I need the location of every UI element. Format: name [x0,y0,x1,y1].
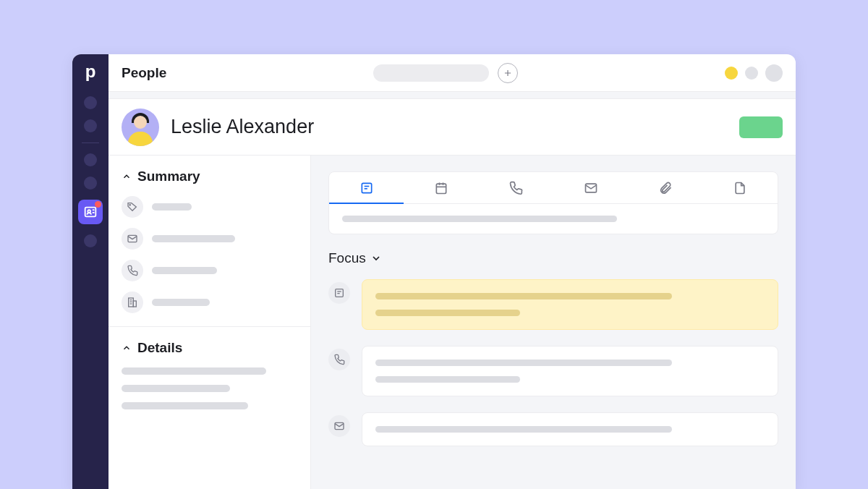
nav-divider [82,143,99,143]
activity-tabs-card [328,171,778,234]
status-indicator[interactable] [725,67,738,80]
svg-point-6 [129,205,130,205]
calendar-icon [434,181,448,195]
summary-item-phone[interactable] [122,260,297,281]
summary-item-tag[interactable] [122,196,297,218]
tab-email[interactable] [553,172,628,203]
activity-card-call[interactable] [362,346,778,396]
placeholder-text [152,235,235,242]
placeholder-text [375,360,672,366]
phone-icon [328,349,350,370]
tab-body [329,204,778,234]
tab-file[interactable] [703,172,778,203]
chevron-up-icon [122,343,132,353]
topbar-center [166,63,725,83]
main-column: People Leslie Alexander [109,54,796,489]
add-button[interactable] [498,63,518,83]
focus-section-title[interactable]: Focus [328,250,778,266]
summary-section: Summary [109,156,310,326]
activity-row-call [328,346,778,396]
summary-item-email[interactable] [122,228,297,250]
notification-badge [95,201,101,208]
activity-card-email[interactable] [362,412,778,446]
details-list [122,367,297,409]
activity-row-note [328,279,778,330]
placeholder-text [152,299,210,306]
nav-item-contacts[interactable] [78,200,103,224]
svg-point-1 [88,210,90,213]
body-row: Summary [109,156,796,489]
summary-list [122,196,297,313]
attachment-icon [658,181,673,195]
app-window: p People [72,54,796,489]
placeholder-text [122,385,230,392]
summary-heading-label: Summary [137,169,200,184]
topbar: People [109,54,796,92]
phone-icon [122,260,143,281]
details-heading[interactable]: Details [122,340,297,356]
notifications-button[interactable] [745,67,758,80]
chevron-down-icon [370,252,382,264]
details-section: Details [109,326,310,422]
nav-item-placeholder[interactable] [84,234,97,247]
note-icon [359,181,374,195]
tab-note[interactable] [329,172,404,203]
activity-tab-row [329,172,778,204]
placeholder-text [375,293,672,299]
nav-item-placeholder[interactable] [84,96,97,109]
plus-icon [503,68,513,78]
record-header: Leslie Alexander [109,99,796,156]
summary-heading[interactable]: Summary [122,169,297,184]
note-icon [328,282,350,304]
placeholder-text [375,426,672,433]
nav-item-placeholder[interactable] [84,153,97,166]
placeholder-text [152,203,192,211]
toolbar-spacer [109,92,796,99]
nav-rail: p [72,54,109,489]
page-title: People [122,65,166,81]
contact-name: Leslie Alexander [171,116,728,138]
search-input[interactable] [373,64,489,82]
email-icon [122,228,143,250]
details-heading-label: Details [137,340,182,356]
activity-row-email [328,412,778,446]
building-icon [122,292,143,313]
placeholder-text [375,376,520,383]
activity-card-note[interactable] [362,279,778,330]
tab-calendar[interactable] [404,172,478,203]
nav-item-placeholder[interactable] [84,119,97,132]
user-avatar[interactable] [765,64,783,82]
phone-icon [509,181,523,195]
topbar-right [725,64,783,82]
chevron-up-icon [122,171,132,182]
placeholder-text [342,216,617,222]
tab-attachment[interactable] [628,172,702,203]
focus-label: Focus [328,250,366,266]
placeholder-text [122,402,248,409]
tag-icon [122,196,143,218]
side-panel: Summary [109,156,311,489]
email-icon [584,181,598,195]
tab-phone[interactable] [479,172,553,203]
primary-action-button[interactable] [739,116,783,138]
email-icon [328,415,350,437]
svg-rect-9 [133,301,136,307]
contact-avatar [122,109,159,146]
placeholder-text [122,367,266,375]
file-icon [733,181,747,195]
content-area: Focus [311,156,796,489]
placeholder-text [375,310,520,316]
nav-item-placeholder[interactable] [84,177,97,190]
svg-rect-16 [436,184,446,193]
app-logo: p [85,61,96,82]
placeholder-text [152,267,217,274]
summary-item-company[interactable] [122,292,297,313]
